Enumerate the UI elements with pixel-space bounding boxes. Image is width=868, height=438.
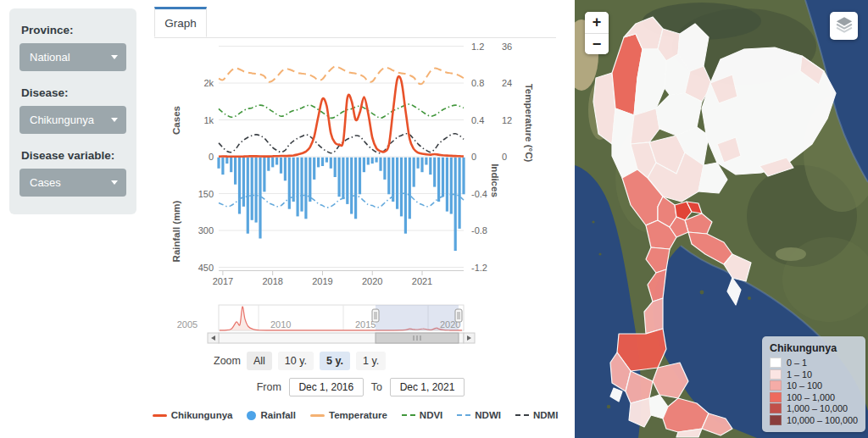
ndwi-marker-icon bbox=[457, 414, 470, 416]
tab-graph[interactable]: Graph bbox=[154, 7, 207, 37]
legend-item-ndmi[interactable]: NDMI bbox=[515, 410, 558, 420]
legend-label: NDVI bbox=[420, 410, 442, 420]
svg-text:2005: 2005 bbox=[177, 319, 198, 330]
disease-dropdown-value: Chikungunya bbox=[30, 114, 94, 126]
range-navigator[interactable]: 2005201020152020 bbox=[154, 302, 556, 350]
choropleth-map[interactable]: + − Chikungunya 0 – 11 – 1010 – 100100 –… bbox=[575, 0, 868, 438]
svg-text:0: 0 bbox=[471, 152, 476, 162]
svg-text:2k: 2k bbox=[203, 78, 214, 88]
navigator-zoom-presets: Zoom All 10 y. 5 y. 1 y. bbox=[214, 352, 556, 370]
svg-text:2021: 2021 bbox=[412, 276, 432, 286]
map-legend-title: Chikungunya bbox=[770, 342, 858, 354]
legend-swatch bbox=[770, 392, 782, 402]
map-legend-row: 100 – 1,000 bbox=[770, 392, 858, 402]
svg-text:0: 0 bbox=[209, 152, 214, 162]
map-legend-row: 10 – 100 bbox=[770, 380, 858, 391]
chart-panel: Graph 201720182019202020212k1k0150300450… bbox=[154, 7, 556, 415]
legend-swatch bbox=[770, 403, 782, 413]
svg-text:2020: 2020 bbox=[362, 276, 382, 286]
map-legend-row: 1,000 – 10,000 bbox=[770, 403, 858, 413]
zoom-preset-10y[interactable]: 10 y. bbox=[278, 352, 314, 370]
zoom-preset-1y[interactable]: 1 y. bbox=[356, 352, 386, 370]
layers-icon bbox=[835, 15, 854, 37]
chevron-down-icon bbox=[111, 118, 118, 122]
map-legend-row: 10,000 – 100,000 bbox=[770, 415, 858, 425]
filters-sidebar: Province: National Disease: Chikungunya … bbox=[9, 8, 136, 214]
zoom-label: Zoom bbox=[214, 355, 241, 367]
from-date-input[interactable]: Dec 1, 2016 bbox=[289, 378, 364, 396]
map-zoom-control: + − bbox=[585, 12, 609, 54]
svg-text:2017: 2017 bbox=[213, 276, 233, 286]
legend-label: NDWI bbox=[475, 410, 501, 420]
province-dropdown[interactable]: National bbox=[19, 43, 126, 71]
svg-text:0.8: 0.8 bbox=[471, 78, 484, 88]
legend-range-label: 10,000 – 100,000 bbox=[787, 415, 858, 425]
to-date-input[interactable]: Dec 1, 2021 bbox=[390, 378, 465, 396]
legend-label: Rainfall bbox=[260, 410, 296, 420]
svg-text:24: 24 bbox=[502, 78, 512, 88]
legend-swatch bbox=[770, 369, 782, 380]
legend-item-ndvi[interactable]: NDVI bbox=[402, 410, 442, 420]
svg-text:2018: 2018 bbox=[262, 276, 282, 286]
svg-text:12: 12 bbox=[502, 115, 512, 125]
legend-label: NDMI bbox=[533, 410, 558, 420]
legend-item-temperature[interactable]: Temperature bbox=[310, 410, 387, 420]
svg-text:Temperature (°C): Temperature (°C) bbox=[524, 84, 534, 163]
svg-text:2010: 2010 bbox=[270, 319, 291, 330]
svg-text:0.4: 0.4 bbox=[471, 115, 484, 125]
layers-button[interactable] bbox=[830, 12, 858, 40]
ndmi-marker-icon bbox=[515, 414, 529, 416]
svg-text:450: 450 bbox=[198, 263, 214, 273]
svg-text:-0.4: -0.4 bbox=[471, 189, 487, 199]
disease-label: Disease: bbox=[21, 86, 125, 99]
svg-text:300: 300 bbox=[198, 225, 214, 236]
svg-text:-1.2: -1.2 bbox=[471, 263, 487, 273]
map-legend-row: 1 – 10 bbox=[770, 369, 858, 380]
legend-swatch bbox=[770, 415, 782, 425]
svg-text:0: 0 bbox=[502, 152, 507, 162]
disease-variable-dropdown[interactable]: Cases bbox=[19, 169, 126, 197]
svg-text:2019: 2019 bbox=[312, 276, 332, 286]
disease-dropdown[interactable]: Chikungunya bbox=[19, 106, 126, 134]
disease-variable-dropdown-value: Cases bbox=[30, 176, 61, 189]
svg-text:150: 150 bbox=[198, 189, 214, 199]
rainfall-marker-icon bbox=[247, 411, 256, 420]
from-label: From bbox=[257, 381, 281, 393]
legend-item-chikungunya[interactable]: Chikungunya bbox=[153, 410, 233, 420]
map-legend: Chikungunya 0 – 11 – 1010 – 100100 – 1,0… bbox=[762, 336, 865, 432]
zoom-preset-5y[interactable]: 5 y. bbox=[320, 352, 350, 370]
svg-text:36: 36 bbox=[502, 42, 512, 52]
chevron-down-icon bbox=[111, 180, 118, 185]
legend-range-label: 100 – 1,000 bbox=[787, 392, 835, 402]
svg-text:1.2: 1.2 bbox=[471, 42, 484, 52]
svg-text:1k: 1k bbox=[203, 115, 214, 125]
tab-row: Graph bbox=[154, 7, 556, 38]
svg-text:Cases: Cases bbox=[171, 106, 181, 135]
map-legend-row: 0 – 1 bbox=[770, 358, 858, 368]
series-legend: ChikungunyaRainfallTemperatureNDVINDWIND… bbox=[154, 410, 556, 420]
zoom-in-button[interactable]: + bbox=[585, 12, 609, 33]
chevron-down-icon bbox=[111, 55, 118, 59]
legend-swatch bbox=[770, 358, 782, 368]
svg-text:-0.8: -0.8 bbox=[471, 225, 487, 236]
province-dropdown-value: National bbox=[30, 51, 70, 64]
legend-label: Temperature bbox=[329, 410, 387, 420]
to-label: To bbox=[371, 381, 382, 393]
zoom-preset-all[interactable]: All bbox=[247, 352, 272, 370]
time-series-chart[interactable]: 201720182019202020212k1k01503004501.20.8… bbox=[154, 38, 556, 294]
legend-item-rainfall[interactable]: Rainfall bbox=[247, 410, 296, 420]
disease-variable-label: Disease variable: bbox=[21, 149, 125, 162]
svg-text:Indices: Indices bbox=[490, 164, 500, 197]
legend-range-label: 0 – 1 bbox=[787, 358, 807, 368]
legend-item-ndwi[interactable]: NDWI bbox=[457, 410, 501, 420]
legend-range-label: 1 – 10 bbox=[787, 369, 812, 380]
zoom-out-button[interactable]: − bbox=[585, 33, 609, 54]
temperature-marker-icon bbox=[310, 414, 325, 417]
chikungunya-marker-icon bbox=[153, 414, 167, 417]
ndvi-marker-icon bbox=[402, 414, 415, 416]
legend-range-label: 1,000 – 10,000 bbox=[787, 403, 848, 413]
date-range-row: From Dec 1, 2016 To Dec 1, 2021 bbox=[154, 378, 465, 396]
legend-swatch bbox=[770, 380, 782, 391]
province-label: Province: bbox=[21, 24, 125, 36]
legend-label: Chikungunya bbox=[171, 410, 233, 420]
